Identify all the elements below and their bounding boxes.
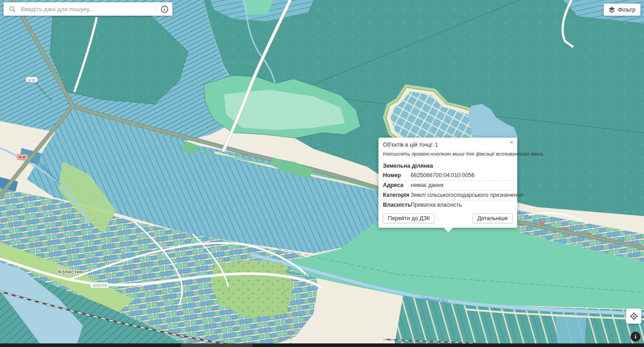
bottom-bar bbox=[0, 343, 644, 347]
parcel-popup: × Об'єктів в цій точці: 1 Натисніть прав… bbox=[378, 138, 517, 228]
search-icon bbox=[9, 6, 16, 13]
locate-button[interactable] bbox=[626, 308, 641, 324]
svg-text:О231719: О231719 bbox=[93, 283, 107, 287]
road-ref-badge: О231719 bbox=[90, 282, 108, 288]
attribution-i: i bbox=[635, 333, 636, 340]
row-value: Землі сільськогосподарського призначення bbox=[411, 192, 523, 198]
table-row: Номер 6825086700:04:010:0056 bbox=[383, 171, 513, 181]
svg-text:М 30: М 30 bbox=[19, 156, 26, 159]
highway-shield: М 30 bbox=[17, 154, 28, 160]
row-value: 6825086700:04:010:0056 bbox=[411, 172, 513, 178]
table-row: Власність Приватна власність bbox=[383, 200, 513, 210]
popup-attributes-table: Номер 6825086700:04:010:0056 Адреса нема… bbox=[383, 171, 513, 210]
filter-button[interactable]: Фільтр bbox=[604, 4, 640, 16]
row-label: Номер bbox=[383, 172, 411, 178]
details-button[interactable]: Детальніше bbox=[472, 213, 513, 223]
svg-text:М 30: М 30 bbox=[28, 78, 35, 82]
popup-close-button[interactable]: × bbox=[509, 139, 514, 146]
row-label: Категорія bbox=[383, 192, 411, 198]
row-label: Адреса bbox=[383, 182, 411, 188]
crosshair-icon bbox=[630, 312, 638, 321]
popup-section-title: Земельна ділянка bbox=[383, 163, 513, 169]
popup-actions: Перейти до ДЗК Детальніше bbox=[383, 213, 513, 223]
layers-icon bbox=[609, 7, 615, 13]
search-bar bbox=[4, 2, 172, 16]
filter-button-label: Фільтр bbox=[618, 6, 635, 13]
attribution-button[interactable]: i bbox=[631, 332, 640, 342]
highway-badge: М 30 bbox=[26, 77, 38, 82]
row-value: Приватна власність bbox=[411, 202, 513, 208]
search-input[interactable] bbox=[20, 5, 156, 13]
map-canvas[interactable]: М 30 М 30 О231719 Вінницьке шосе Південн… bbox=[0, 0, 644, 347]
place-label: Копистин bbox=[58, 269, 83, 274]
table-row: Адреса немає даних bbox=[383, 181, 513, 191]
goto-dzk-button[interactable]: Перейти до ДЗК bbox=[383, 213, 435, 223]
search-info-button[interactable] bbox=[156, 2, 172, 16]
row-label: Власність bbox=[383, 202, 411, 208]
info-circle-icon bbox=[161, 5, 168, 13]
bottom-bar-segment bbox=[181, 343, 253, 347]
table-row: Категорія Землі сільськогосподарського п… bbox=[383, 191, 513, 200]
row-value: немає даних bbox=[411, 182, 513, 188]
popup-hint: Натисніть правою кнопкою миші для фіксац… bbox=[383, 151, 513, 156]
popup-objects-count: Об'єктів в цій точці: 1 bbox=[383, 142, 513, 148]
